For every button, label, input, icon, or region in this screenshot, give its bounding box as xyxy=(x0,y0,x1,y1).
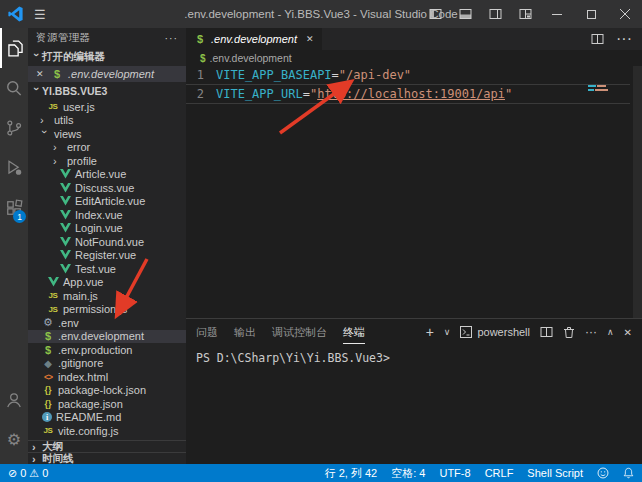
explorer-more-actions-icon[interactable]: ··· xyxy=(165,32,179,44)
tree-item-login-vue[interactable]: Login.vue xyxy=(28,222,186,236)
tree-item-test-vue[interactable]: Test.vue xyxy=(28,262,186,276)
tree-item-package-json[interactable]: {}package.json xyxy=(28,397,186,411)
kill-terminal-trash-icon[interactable] xyxy=(563,326,575,339)
tree-item-readme-md[interactable]: iREADME.md xyxy=(28,411,186,425)
tree-item-label: index.html xyxy=(58,371,108,383)
url-link[interactable]: http://localhost:19001/api xyxy=(317,85,505,103)
feedback-smiley-icon[interactable] xyxy=(597,467,609,479)
maximize-panel-icon[interactable]: ∧ xyxy=(607,327,614,337)
tree-item-views[interactable]: ›views xyxy=(28,127,186,141)
tree-item-main-js[interactable]: JSmain.js xyxy=(28,289,186,303)
editor-more-actions-icon[interactable]: ··· xyxy=(616,30,632,48)
tab-close-icon[interactable]: ✕ xyxy=(306,34,314,44)
status-item[interactable]: 空格: 4 xyxy=(391,466,425,481)
menu-icon[interactable]: ☰ xyxy=(34,7,46,22)
shellscript-icon: $ xyxy=(194,33,206,45)
chevron-down-icon: › xyxy=(31,53,43,63)
close-icon[interactable]: ✕ xyxy=(36,69,46,79)
status-item[interactable]: UTF-8 xyxy=(439,466,470,481)
status-item[interactable]: 行 2, 列 42 xyxy=(325,466,378,481)
tree-item--env[interactable]: ⚙.env xyxy=(28,316,186,330)
code-lines: 1VITE_APP_BASEAPI="/api-dev"2VITE_APP_UR… xyxy=(186,66,642,104)
tree-item-discuss-vue[interactable]: Discuss.vue xyxy=(28,181,186,195)
file-tree: JSuser.js›utils›views›error›profileArtic… xyxy=(28,100,186,440)
maximize-button[interactable] xyxy=(574,0,608,28)
status-item[interactable]: CRLF xyxy=(485,466,514,481)
tree-item-editarticle-vue[interactable]: EditArticle.vue xyxy=(28,195,186,209)
tree-item-notfound-vue[interactable]: NotFound.vue xyxy=(28,235,186,249)
tree-item-user-js[interactable]: JSuser.js xyxy=(28,100,186,114)
toggle-panel-icon[interactable] xyxy=(450,0,480,28)
tab-label: .env.development xyxy=(211,33,297,45)
tree-item-register-vue[interactable]: Register.vue xyxy=(28,249,186,263)
tree-item-app-vue[interactable]: App.vue xyxy=(28,276,186,290)
run-debug-icon[interactable] xyxy=(0,148,28,188)
notifications-bell-icon[interactable] xyxy=(623,467,634,479)
tab-env-development[interactable]: $ .env.development ✕ xyxy=(186,28,323,50)
bottom-panel: 问题输出调试控制台终端 + ∨ powershell ··· ∧ ✕ xyxy=(186,318,642,464)
customize-layout-icon[interactable] xyxy=(510,0,540,28)
tree-item-profile[interactable]: ›profile xyxy=(28,154,186,168)
timeline-section[interactable]: › 时间线 xyxy=(28,452,186,464)
code-editor[interactable]: 1VITE_APP_BASEAPI="/api-dev"2VITE_APP_UR… xyxy=(186,66,642,318)
tree-item-index-html[interactable]: <>index.html xyxy=(28,370,186,384)
code-line-2[interactable]: 2VITE_APP_URL="http://localhost:19001/ap… xyxy=(186,84,630,104)
account-icon[interactable] xyxy=(0,380,28,420)
chevron-down-icon: › xyxy=(31,87,43,97)
tree-item-utils[interactable]: ›utils xyxy=(28,114,186,128)
js-file-icon: JS xyxy=(47,303,59,315)
close-button[interactable] xyxy=(608,0,642,28)
activity-bar: 1 ⚙ xyxy=(0,28,28,464)
split-editor-icon[interactable] xyxy=(591,33,604,45)
problems-status[interactable]: ⊘0 ⚠0 xyxy=(8,467,48,480)
code-token: "/api-dev" xyxy=(339,66,411,84)
chevron-down-icon: › xyxy=(39,130,51,140)
editor-scrollbar[interactable] xyxy=(633,66,642,318)
close-panel-icon[interactable]: ✕ xyxy=(624,327,632,338)
tree-item--env-production[interactable]: $.env.production xyxy=(28,343,186,357)
tree-item-vite-config-js[interactable]: JSvite.config.js xyxy=(28,424,186,438)
source-control-icon[interactable] xyxy=(0,108,28,148)
status-bar: ⊘0 ⚠0 行 2, 列 42空格: 4UTF-8CRLFShell Scrip… xyxy=(0,464,642,482)
panel-more-actions-icon[interactable]: ··· xyxy=(585,325,597,339)
terminal-instance[interactable]: powershell xyxy=(460,326,530,338)
panel-tab-输出[interactable]: 输出 xyxy=(234,321,256,344)
panel-tab-终端[interactable]: 终端 xyxy=(343,321,365,344)
explorer-title: 资源管理器 xyxy=(36,31,91,45)
minimize-button[interactable] xyxy=(540,0,574,28)
code-line-1[interactable]: 1VITE_APP_BASEAPI="/api-dev" xyxy=(186,66,630,84)
tree-item-error[interactable]: ›error xyxy=(28,141,186,155)
terminal-output[interactable]: PS D:\CSharp\Yi\Yi.BBS.Vue3> xyxy=(186,345,642,464)
tree-item-label: README.md xyxy=(56,411,121,423)
new-terminal-icon[interactable]: + xyxy=(426,324,434,340)
project-root-section[interactable]: › YI.BBS.VUE3 xyxy=(28,82,186,100)
tree-item-index-vue[interactable]: Index.vue xyxy=(28,208,186,222)
panel-tab-调试控制台[interactable]: 调试控制台 xyxy=(272,321,327,344)
tree-item-label: Register.vue xyxy=(75,249,136,261)
tree-item-package-lock-json[interactable]: {}package-lock.json xyxy=(28,384,186,398)
vscode-window: ☰ .env.development - Yi.BBS.Vue3 - Visua… xyxy=(0,0,642,482)
settings-gear-icon[interactable]: ⚙ xyxy=(0,420,28,460)
minimap[interactable] xyxy=(588,85,614,93)
tree-item-article-vue[interactable]: Article.vue xyxy=(28,168,186,182)
open-editors-section[interactable]: › 打开的编辑器 xyxy=(28,48,186,66)
outline-section[interactable]: › 大纲 xyxy=(28,440,186,452)
open-editor-item[interactable]: ✕ $ .env.development xyxy=(28,66,186,82)
panel-tabs-container: 问题输出调试控制台终端 xyxy=(196,321,365,344)
tree-item-permission-js[interactable]: JSpermission.js xyxy=(28,303,186,317)
tree-item-label: profile xyxy=(67,155,97,167)
editor-group: $ .env.development ✕ ··· $ .env.developm… xyxy=(186,28,642,464)
search-icon[interactable] xyxy=(0,68,28,108)
toggle-sidebar-icon[interactable] xyxy=(420,0,450,28)
extensions-icon[interactable]: 1 xyxy=(0,188,28,228)
explorer-icon[interactable] xyxy=(0,28,28,68)
readme-info-icon: i xyxy=(42,412,52,422)
terminal-profile-dropdown-icon[interactable]: ∨ xyxy=(444,327,451,337)
split-terminal-icon[interactable] xyxy=(540,326,553,338)
tree-item--gitignore[interactable]: ◆.gitignore xyxy=(28,357,186,371)
breadcrumb[interactable]: $ .env.development xyxy=(186,50,642,66)
toggle-secondary-sidebar-icon[interactable] xyxy=(480,0,510,28)
tree-item--env-development[interactable]: $.env.development xyxy=(28,330,186,344)
status-item[interactable]: Shell Script xyxy=(527,466,583,481)
panel-tab-问题[interactable]: 问题 xyxy=(196,321,218,344)
